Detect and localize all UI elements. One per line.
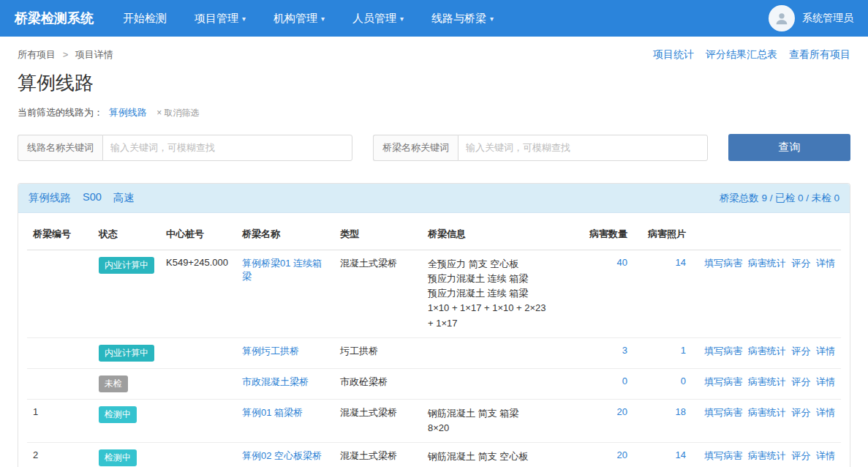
defect-photos-link[interactable]: 18 xyxy=(676,406,686,417)
defect-count-link[interactable]: 3 xyxy=(622,345,627,356)
action-fill-defect[interactable]: 填写病害 xyxy=(704,407,742,418)
stake-number xyxy=(160,442,236,467)
stake-number xyxy=(160,399,236,442)
action-detail[interactable]: 详情 xyxy=(816,450,835,461)
page-title: 算例线路 xyxy=(18,70,850,96)
defect-count-link[interactable]: 40 xyxy=(617,257,627,268)
action-score[interactable]: 评分 xyxy=(791,345,810,356)
action-defect-stats[interactable]: 病害统计 xyxy=(748,376,786,387)
action-defect-stats[interactable]: 病害统计 xyxy=(748,450,786,461)
query-button[interactable]: 查询 xyxy=(728,134,850,161)
link-project-statistics[interactable]: 项目统计 xyxy=(653,48,694,61)
table-row: 内业计算中 K549+245.000 算例桥梁01 连续箱梁 混凝土式梁桥 全预… xyxy=(27,250,841,338)
link-view-all-projects[interactable]: 查看所有项目 xyxy=(789,48,850,61)
bridge-name-link[interactable]: 算例圬工拱桥 xyxy=(242,345,299,356)
chevron-down-icon: ▾ xyxy=(490,15,494,23)
line-keyword-label: 线路名称关键词 xyxy=(18,135,102,161)
line-panel: 算例线路 S00 高速 桥梁总数 9 / 已检 0 / 未检 0 桥梁编号 状态… xyxy=(18,183,850,467)
bridge-keyword-label: 桥梁名称关键词 xyxy=(373,135,458,161)
bridge-type: 圬工拱桥 xyxy=(334,337,422,368)
nav-label: 机构管理 xyxy=(273,12,317,26)
filter-line: 当前筛选的线路为： 算例线路 × 取消筛选 xyxy=(18,106,850,119)
nav-item-organization-management[interactable]: 机构管理 ▾ xyxy=(273,12,325,26)
action-detail[interactable]: 详情 xyxy=(816,407,835,418)
table-row: 未检 市政混凝土梁桥 市政砼梁桥 0 0 填写病害 病害统计 评分 详情 xyxy=(27,368,841,399)
main-nav: 开始检测 项目管理 ▾ 机构管理 ▾ 人员管理 ▾ 线路与桥梁 ▾ xyxy=(123,12,494,26)
row-actions: 填写病害 病害统计 评分 详情 xyxy=(692,368,841,399)
nav-label: 开始检测 xyxy=(123,12,167,26)
bridge-name-link[interactable]: 算例02 空心板梁桥 xyxy=(242,450,322,461)
bridge-name-link[interactable]: 算例01 箱梁桥 xyxy=(242,407,303,418)
stake-number: K549+245.000 xyxy=(160,250,236,338)
link-score-summary[interactable]: 评分结果汇总表 xyxy=(706,48,777,61)
bridge-no xyxy=(27,368,93,399)
row-actions: 填写病害 病害统计 评分 详情 xyxy=(692,337,841,368)
header-links: 项目统计 评分结果汇总表 查看所有项目 xyxy=(653,48,850,61)
nav-label: 线路与桥梁 xyxy=(431,12,486,26)
breadcrumb: 所有项目 > 项目详情 xyxy=(18,48,113,61)
panel-header: 算例线路 S00 高速 桥梁总数 9 / 已检 0 / 未检 0 xyxy=(18,184,850,213)
defect-photos-link[interactable]: 14 xyxy=(676,257,686,268)
bridge-info xyxy=(422,337,579,368)
table-row: 1 检测中 算例01 箱梁桥 混凝土式梁桥 钢筋混凝土 简支 箱梁 8×20 2… xyxy=(27,399,841,442)
status-badge: 检测中 xyxy=(99,406,137,423)
user-icon xyxy=(774,10,790,26)
defect-photos-link[interactable]: 0 xyxy=(681,376,686,386)
action-defect-stats[interactable]: 病害统计 xyxy=(748,258,786,269)
bridge-no: 1 xyxy=(27,399,93,442)
defect-photos-link[interactable]: 1 xyxy=(681,345,686,356)
table-row: 内业计算中 算例圬工拱桥 圬工拱桥 3 1 填写病害 病害统计 评分 详情 xyxy=(27,337,841,368)
bridge-keyword-input[interactable] xyxy=(458,135,708,161)
action-score[interactable]: 评分 xyxy=(791,258,810,269)
status-badge: 内业计算中 xyxy=(99,257,154,274)
bridge-type: 混凝土式梁桥 xyxy=(334,442,422,467)
col-stake: 中心桩号 xyxy=(160,217,236,250)
user-name[interactable]: 系统管理员 xyxy=(802,12,853,25)
nav-item-start-inspection[interactable]: 开始检测 xyxy=(123,12,167,26)
action-score[interactable]: 评分 xyxy=(791,450,810,461)
status-badge: 内业计算中 xyxy=(99,345,154,362)
bridge-info: 钢筋混凝土 简支 空心板 3×10 xyxy=(422,442,579,467)
action-detail[interactable]: 详情 xyxy=(816,345,835,356)
filter-label: 当前筛选的线路为： xyxy=(18,107,103,118)
nav-item-project-management[interactable]: 项目管理 ▾ xyxy=(195,12,246,26)
defect-count-link[interactable]: 0 xyxy=(622,376,627,386)
navbar-user-area: 系统管理员 xyxy=(769,5,853,31)
bridge-name-link[interactable]: 市政混凝土梁桥 xyxy=(242,376,309,387)
col-type: 类型 xyxy=(334,217,422,250)
line-keyword-input[interactable] xyxy=(102,135,352,161)
defect-count-link[interactable]: 20 xyxy=(617,449,627,460)
row-actions: 填写病害 病害统计 评分 详情 xyxy=(692,442,841,467)
clear-filter-link[interactable]: × 取消筛选 xyxy=(156,108,199,118)
status-badge: 检测中 xyxy=(99,449,137,466)
action-fill-defect[interactable]: 填写病害 xyxy=(704,258,742,269)
breadcrumb-separator: > xyxy=(63,49,69,60)
breadcrumb-all-projects[interactable]: 所有项目 xyxy=(18,49,56,60)
defect-count-link[interactable]: 20 xyxy=(617,406,627,417)
action-fill-defect[interactable]: 填写病害 xyxy=(704,376,742,387)
panel-body: 桥梁编号 状态 中心桩号 桥梁名称 类型 桥梁信息 病害数量 病害照片 内业计算… xyxy=(18,213,850,467)
bridge-name-link[interactable]: 算例桥梁01 连续箱梁 xyxy=(242,258,322,282)
action-detail[interactable]: 详情 xyxy=(816,258,835,269)
action-fill-defect[interactable]: 填写病害 xyxy=(704,450,742,461)
defect-photos-link[interactable]: 14 xyxy=(676,449,686,460)
avatar[interactable] xyxy=(769,5,795,31)
panel-title: 算例线路 S00 高速 xyxy=(29,191,135,205)
col-actions xyxy=(692,217,841,250)
filter-line-link[interactable]: 算例线路 xyxy=(109,107,147,118)
action-score[interactable]: 评分 xyxy=(791,376,810,387)
panel-line-code: S00 xyxy=(83,191,102,205)
action-fill-defect[interactable]: 填写病害 xyxy=(704,345,742,356)
line-keyword-group: 线路名称关键词 xyxy=(18,135,352,161)
stake-number xyxy=(160,368,236,399)
table-header-row: 桥梁编号 状态 中心桩号 桥梁名称 类型 桥梁信息 病害数量 病害照片 xyxy=(27,217,841,250)
chevron-down-icon: ▾ xyxy=(321,15,325,23)
action-defect-stats[interactable]: 病害统计 xyxy=(748,407,786,418)
nav-item-personnel-management[interactable]: 人员管理 ▾ xyxy=(352,12,404,26)
col-bridge-no: 桥梁编号 xyxy=(27,217,93,250)
panel-line-class: 高速 xyxy=(113,191,135,205)
nav-item-lines-and-bridges[interactable]: 线路与桥梁 ▾ xyxy=(431,12,494,26)
action-score[interactable]: 评分 xyxy=(791,407,810,418)
action-defect-stats[interactable]: 病害统计 xyxy=(748,345,786,356)
action-detail[interactable]: 详情 xyxy=(816,376,835,387)
